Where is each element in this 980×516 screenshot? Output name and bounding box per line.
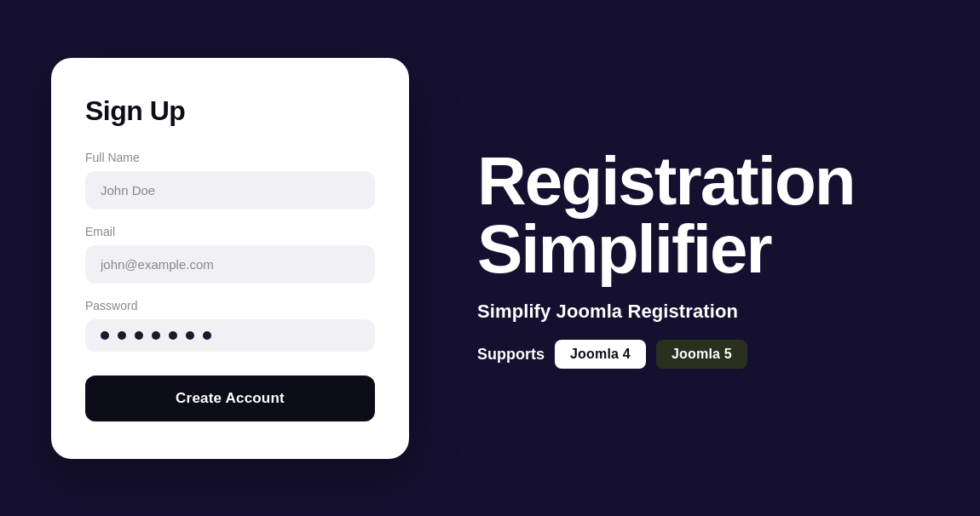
fullname-field-group: Full Name (85, 151, 375, 209)
password-input-display[interactable] (85, 319, 375, 352)
hero-title-line2: Simplifier (477, 211, 771, 287)
password-dot-4 (152, 331, 160, 340)
password-field-group: Password (85, 299, 375, 352)
password-dot-7 (203, 331, 211, 340)
password-dot-3 (135, 331, 143, 340)
card-title: Sign Up (85, 95, 375, 127)
password-dot-2 (118, 331, 126, 340)
badge-joomla4: Joomla 4 (555, 340, 646, 369)
email-input[interactable] (85, 245, 375, 284)
main-container: Sign Up Full Name Email Password Create … (0, 0, 980, 516)
hero-title: Registration Simplifier (477, 147, 855, 284)
create-account-button[interactable]: Create Account (85, 376, 375, 421)
hero-title-line1: Registration (477, 143, 855, 219)
email-field-group: Email (85, 225, 375, 284)
fullname-label: Full Name (85, 151, 375, 164)
supports-row: Supports Joomla 4 Joomla 5 (477, 340, 747, 369)
fullname-input[interactable] (85, 171, 375, 209)
password-dot-5 (169, 331, 177, 340)
password-dot-1 (101, 331, 109, 340)
badge-joomla5: Joomla 5 (656, 340, 747, 369)
password-dot-6 (186, 331, 194, 340)
hero-subtitle: Simplify Joomla Registration (477, 301, 738, 323)
supports-label: Supports (477, 346, 545, 364)
signup-card: Sign Up Full Name Email Password Create … (51, 58, 409, 459)
password-label: Password (85, 299, 375, 312)
hero-section: Registration Simplifier Simplify Joomla … (477, 147, 929, 369)
email-label: Email (85, 225, 375, 238)
